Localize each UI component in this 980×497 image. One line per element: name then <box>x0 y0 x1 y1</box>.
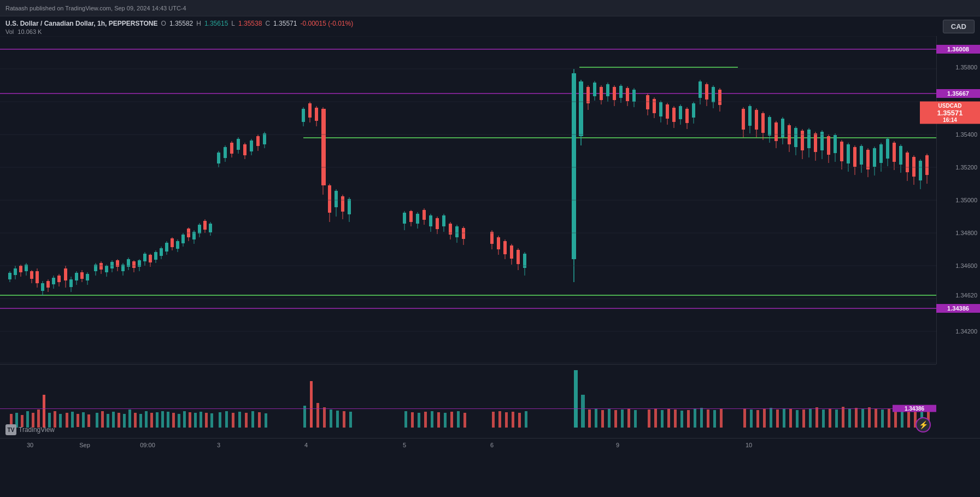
svg-rect-327 <box>621 410 624 428</box>
svg-rect-320 <box>574 370 578 428</box>
svg-rect-9 <box>30 271 33 279</box>
svg-rect-13 <box>41 283 44 291</box>
price-1.34620: 1.34620 <box>955 292 977 299</box>
svg-rect-364 <box>888 408 890 428</box>
svg-rect-131 <box>503 241 507 254</box>
lightning-badge[interactable]: ⚡ <box>916 417 931 432</box>
svg-rect-313 <box>463 413 466 428</box>
price-1.35400: 1.35400 <box>955 131 977 138</box>
svg-rect-350 <box>796 410 799 428</box>
svg-rect-3 <box>14 268 17 275</box>
svg-rect-153 <box>619 86 623 98</box>
svg-rect-277 <box>156 412 159 428</box>
svg-rect-141 <box>579 81 583 136</box>
svg-rect-79 <box>230 143 233 154</box>
svg-rect-17 <box>52 278 55 284</box>
svg-rect-272 <box>128 410 131 428</box>
price-badge-top-purple: 1.36008 <box>936 45 980 54</box>
svg-rect-117 <box>436 218 439 229</box>
current-price: 1.35571 <box>922 109 978 117</box>
svg-rect-273 <box>134 413 137 428</box>
svg-rect-332 <box>661 410 664 428</box>
svg-rect-73 <box>209 224 212 232</box>
svg-rect-333 <box>667 409 670 428</box>
price-1.34200: 1.34200 <box>955 328 977 335</box>
svg-rect-15 <box>46 281 50 288</box>
svg-rect-345 <box>763 409 766 428</box>
time-label-6: 6 <box>490 442 494 448</box>
svg-rect-294 <box>258 412 261 428</box>
svg-rect-284 <box>194 413 197 428</box>
change-value: -0.00015 (-0.01%) <box>300 20 353 27</box>
svg-rect-276 <box>150 413 153 428</box>
chart-title-row: U.S. Dollar / Canadian Dollar, 1h, PEPPE… <box>5 20 975 27</box>
price-1.35200: 1.35200 <box>955 164 977 171</box>
attribution-bar: Rataash published on TradingView.com, Se… <box>0 0 980 16</box>
svg-rect-336 <box>687 410 690 428</box>
time-label-0900: 09:00 <box>140 442 155 448</box>
svg-rect-302 <box>343 411 345 428</box>
svg-rect-351 <box>802 410 805 428</box>
svg-rect-35 <box>105 266 108 272</box>
high-value: 1.35615 <box>204 20 228 27</box>
svg-rect-233 <box>906 153 909 172</box>
svg-rect-143 <box>586 87 590 103</box>
svg-rect-181 <box>718 90 721 105</box>
svg-rect-23 <box>69 279 73 287</box>
svg-rect-286 <box>205 413 208 428</box>
low-value: 1.35538 <box>238 20 262 27</box>
svg-rect-338 <box>700 408 703 428</box>
svg-rect-267 <box>101 411 104 428</box>
svg-rect-319 <box>525 411 527 428</box>
svg-rect-81 <box>237 139 240 150</box>
volume-chart <box>0 365 936 436</box>
svg-rect-330 <box>648 410 650 428</box>
svg-rect-341 <box>720 409 723 428</box>
svg-rect-239 <box>925 155 929 175</box>
svg-rect-268 <box>107 414 109 428</box>
svg-rect-55 <box>160 248 163 256</box>
svg-rect-266 <box>96 413 98 428</box>
cad-button[interactable]: CAD <box>943 20 975 33</box>
svg-rect-297 <box>310 381 313 428</box>
attribution-text: Rataash published on TradingView.com, Se… <box>5 5 186 11</box>
svg-rect-285 <box>199 412 202 428</box>
svg-rect-11 <box>36 271 39 283</box>
svg-rect-270 <box>118 413 120 428</box>
open-value: 1.35582 <box>169 20 193 27</box>
svg-rect-171 <box>685 109 689 123</box>
svg-rect-187 <box>755 110 758 130</box>
svg-rect-151 <box>613 87 616 100</box>
svg-rect-347 <box>776 410 779 428</box>
volume-section: 1.34386 <box>0 364 936 435</box>
svg-rect-361 <box>868 407 871 428</box>
svg-rect-329 <box>634 410 637 428</box>
svg-rect-260 <box>59 414 62 428</box>
svg-rect-85 <box>250 141 253 151</box>
svg-rect-363 <box>881 410 884 428</box>
svg-rect-91 <box>302 109 305 122</box>
svg-rect-75 <box>217 153 220 163</box>
volume-line: Vol 10.063 K <box>5 28 975 35</box>
svg-rect-309 <box>437 412 440 428</box>
svg-rect-257 <box>43 395 45 428</box>
svg-rect-97 <box>321 109 326 185</box>
svg-rect-209 <box>827 136 830 155</box>
time-label-10: 10 <box>746 442 752 448</box>
svg-rect-306 <box>418 413 420 428</box>
svg-rect-323 <box>595 408 597 428</box>
svg-rect-280 <box>172 413 175 428</box>
svg-rect-295 <box>265 413 267 428</box>
svg-rect-334 <box>674 410 677 428</box>
time-label-9: 9 <box>616 442 619 448</box>
high-label: H <box>196 20 201 27</box>
svg-rect-278 <box>161 411 164 428</box>
svg-rect-163 <box>659 102 662 116</box>
svg-rect-339 <box>707 410 709 428</box>
svg-rect-314 <box>492 412 495 428</box>
svg-rect-279 <box>167 412 169 428</box>
svg-rect-105 <box>348 199 351 214</box>
svg-rect-27 <box>80 272 84 279</box>
svg-rect-83 <box>243 144 247 155</box>
svg-rect-95 <box>315 108 318 121</box>
